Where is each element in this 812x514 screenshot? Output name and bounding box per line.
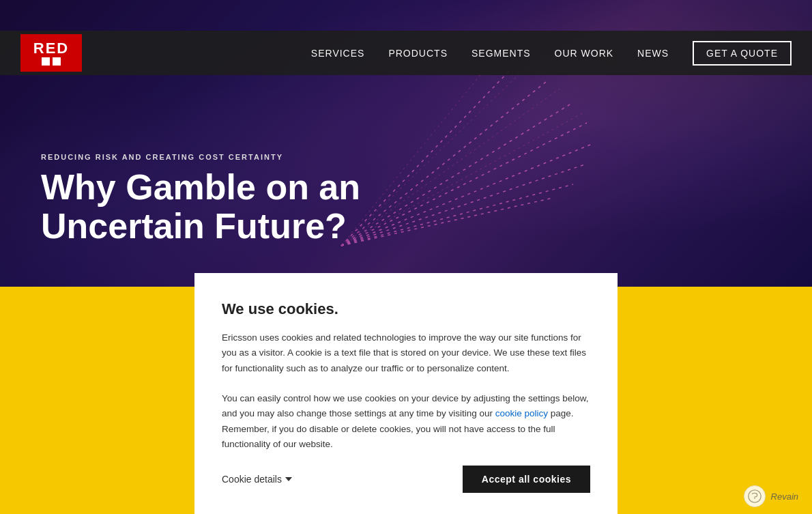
- cookie-body-text-3: page.: [551, 408, 574, 418]
- cookie-details-label: Cookie details: [222, 474, 282, 485]
- svg-point-13: [748, 490, 760, 502]
- cookie-banner: We use cookies. Ericsson uses cookies an…: [194, 273, 618, 514]
- revain-label: Revain: [771, 491, 798, 502]
- revain-icon: [744, 485, 766, 507]
- chevron-down-icon: [285, 477, 292, 481]
- cookie-body-text-4: Remember, if you do disable or delete co…: [222, 424, 555, 449]
- cookie-body-text-1: Ericsson uses cookies and related techno…: [222, 332, 586, 373]
- cookie-details-button[interactable]: Cookie details: [222, 474, 292, 485]
- svg-point-14: [754, 498, 755, 499]
- cookie-footer: Cookie details Accept all cookies: [222, 466, 590, 493]
- cookie-body: Ericsson uses cookies and related techno…: [222, 330, 590, 452]
- revain-widget: Revain: [744, 485, 798, 507]
- cookie-overlay: We use cookies. Ericsson uses cookies an…: [0, 0, 812, 514]
- accept-cookies-button[interactable]: Accept all cookies: [463, 466, 590, 493]
- cookie-policy-link[interactable]: cookie policy: [495, 408, 548, 418]
- cookie-title: We use cookies.: [222, 300, 590, 318]
